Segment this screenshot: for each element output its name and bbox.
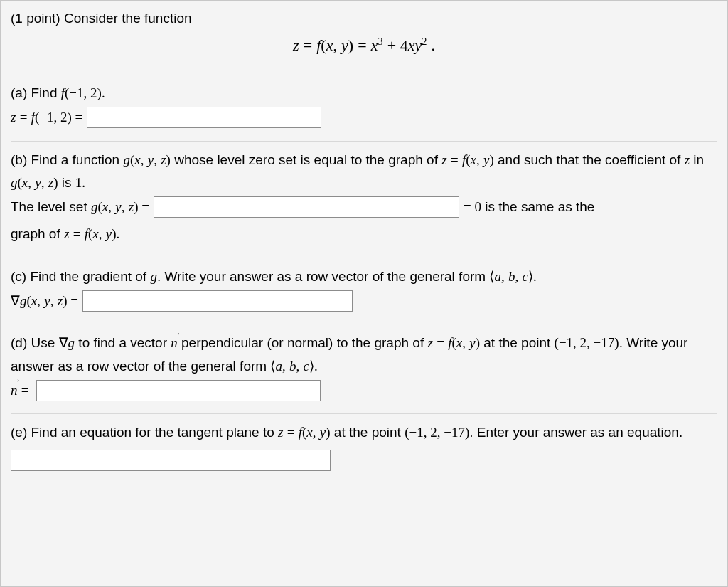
part-b-answer-row1: The level set g(x, y, z) = = 0 is the sa… [11, 196, 717, 218]
part-a-prompt: (a) Find f(−1, 2). [11, 82, 717, 105]
part-b-m1: g(x, y, z) [123, 152, 171, 167]
part-b-input[interactable] [154, 196, 459, 218]
part-e-input[interactable] [11, 450, 331, 471]
part-e-prompt: (e) Find an equation for the tangent pla… [11, 421, 717, 444]
part-c-input[interactable] [82, 290, 353, 312]
part-d-answer-line: n = [11, 379, 717, 402]
part-a-input[interactable] [87, 107, 321, 128]
part-c-prompt: (c) Find the gradient of g. Write your a… [11, 265, 717, 288]
part-c-answer-line: ∇g(x, y, z) = [11, 290, 717, 312]
part-d-answer-prefix: n = [11, 379, 32, 402]
part-b-period: . [82, 175, 85, 190]
part-a-answer-line: z = f(−1, 2) = [11, 106, 717, 129]
part-e-answer-line [11, 450, 717, 471]
part-b-answer-prefix: The level set g(x, y, z) = [11, 196, 149, 218]
part-b-m5: 1 [75, 175, 82, 190]
part-a-math: f(−1, 2). [61, 85, 105, 100]
part-c: (c) Find the gradient of g. Write your a… [11, 258, 717, 325]
part-a: (a) Find f(−1, 2). z = f(−1, 2) = [11, 75, 717, 142]
part-b-prompt: (b) Find a function g(x, y, z) whose lev… [11, 149, 717, 195]
part-b-text4: in [690, 152, 704, 167]
part-d-prompt: (d) Use ∇g to find a vector n perpendicu… [11, 332, 717, 378]
part-e: (e) Find an equation for the tangent pla… [11, 414, 717, 482]
main-equation: z = f(x, y) = x3 + 4xy2 . [11, 36, 717, 55]
part-a-answer-prefix: z = f(−1, 2) = [11, 106, 82, 129]
part-d-input[interactable] [36, 380, 321, 401]
part-b-text5: is [58, 175, 75, 190]
part-b-m4: g(x, y, z) [11, 175, 58, 190]
part-b-m3: z [685, 152, 690, 167]
part-b-answer-after: = 0 is the same as the [464, 196, 594, 218]
part-b-answer-row2: graph of z = f(x, y). [11, 223, 717, 245]
problem-container: (1 point) Consider the function z = f(x,… [0, 0, 728, 587]
part-b-text1: (b) Find a function [11, 152, 123, 167]
part-a-prompt-prefix: (a) Find [11, 85, 61, 100]
part-b-m2: z = f(x, y) [441, 152, 494, 167]
part-b-text2: whose level zero set is equal to the gra… [171, 152, 441, 167]
part-b-text3: and such that the coefficient of [494, 152, 685, 167]
part-d: (d) Use ∇g to find a vector n perpendicu… [11, 324, 717, 414]
problem-intro: (1 point) Consider the function [11, 9, 717, 28]
part-c-answer-prefix: ∇g(x, y, z) = [11, 290, 78, 312]
part-b: (b) Find a function g(x, y, z) whose lev… [11, 142, 717, 258]
